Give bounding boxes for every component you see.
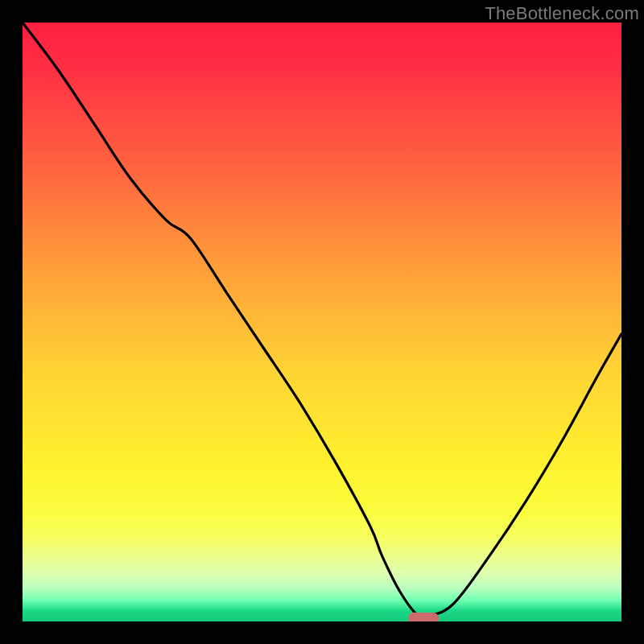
bottleneck-curve <box>23 23 621 621</box>
plot-area <box>23 23 621 621</box>
watermark-text: TheBottleneck.com <box>485 3 639 24</box>
chart-stage: TheBottleneck.com <box>0 0 644 644</box>
curve-path <box>23 23 621 618</box>
optimum-marker <box>408 613 439 621</box>
